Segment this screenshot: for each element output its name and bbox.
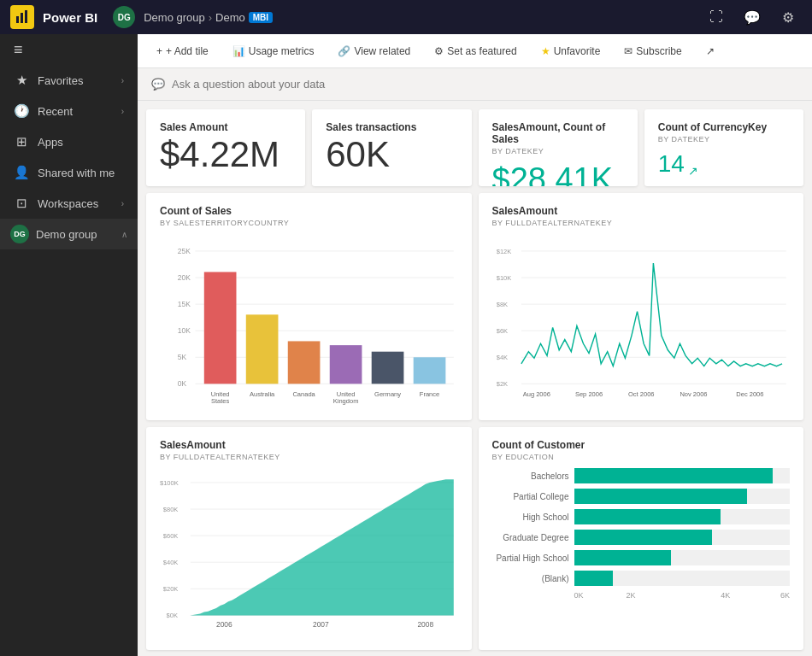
- shared-icon: 👤: [14, 165, 29, 180]
- ask-bar: 💬: [138, 68, 812, 101]
- workspaces-icon: ⊡: [14, 196, 29, 211]
- hbar-label: (Blank): [492, 574, 569, 583]
- count-customer-tile: Count of Customer BY EDUCATION Bachelors…: [479, 427, 804, 650]
- sidebar-item-recent[interactable]: 🕐 Recent ›: [0, 96, 138, 126]
- breadcrumb-group[interactable]: Demo group: [144, 11, 205, 24]
- svg-text:Oct 2006: Oct 2006: [628, 391, 655, 399]
- star-icon: ★: [541, 45, 550, 57]
- set-featured-button[interactable]: ⚙ Set as featured: [429, 42, 521, 61]
- svg-text:$40K: $40K: [163, 559, 179, 566]
- sales-amount-kpi-tile: SalesAmount, Count of Sales BY DATEKEY $…: [479, 109, 638, 186]
- add-icon: +: [156, 45, 162, 57]
- subscribe-button[interactable]: ✉ Subscribe: [619, 42, 686, 61]
- svg-rect-19: [372, 352, 404, 384]
- sidebar-label-recent: Recent: [38, 105, 113, 118]
- hbar-label: Partial High School: [492, 554, 569, 563]
- fullscreen-button[interactable]: ⛶: [703, 3, 730, 31]
- count-sales-chart: 25K 20K 15K 10K 5K 0K: [160, 234, 458, 405]
- svg-text:$4K: $4K: [496, 354, 507, 361]
- unfavorite-button[interactable]: ★ Unfavorite: [536, 42, 606, 61]
- sidebar-toggle[interactable]: ≡: [0, 34, 138, 65]
- demo-group-chevron: ∧: [121, 230, 127, 239]
- svg-text:$12K: $12K: [496, 248, 511, 255]
- related-icon: 🔗: [338, 45, 350, 57]
- breadcrumb: Demo group › Demo MBI: [144, 11, 273, 24]
- settings-button[interactable]: ⚙: [774, 3, 802, 31]
- count-customer-title: Count of Customer: [492, 439, 791, 451]
- hbar-label: High School: [492, 512, 569, 522]
- view-related-button[interactable]: 🔗 View related: [332, 42, 415, 61]
- sidebar-label-shared: Shared with me: [38, 167, 124, 179]
- comments-button[interactable]: 💬: [738, 3, 766, 31]
- sidebar-item-shared[interactable]: 👤 Shared with me: [0, 157, 138, 188]
- svg-rect-0: [16, 16, 19, 23]
- chevron-icon: ›: [121, 199, 124, 208]
- ask-input[interactable]: [172, 78, 798, 91]
- svg-text:2006: 2006: [216, 621, 232, 630]
- hbar-label: Bachelors: [492, 472, 569, 481]
- hbar-row-high-school: High School: [492, 509, 791, 524]
- sales-amount-area-chart: $100K $80K $60K $40K $20K $0K 2006 2007 …: [160, 468, 458, 635]
- sidebar-item-demo-group[interactable]: DG Demo group ∧: [0, 219, 138, 249]
- app-name: Power BI: [43, 10, 97, 25]
- sales-amount-value: $4.22M: [160, 135, 291, 174]
- svg-text:Nov 2006: Nov 2006: [680, 391, 707, 399]
- svg-text:States: States: [211, 397, 230, 405]
- favorites-icon: ★: [14, 73, 29, 88]
- count-currency-subtitle: BY DATEKEY: [658, 135, 790, 144]
- hbar-row-graduate: Graduate Degree: [492, 530, 791, 545]
- ask-icon: 💬: [151, 78, 165, 91]
- hbar-bar: [574, 509, 721, 524]
- hbar-bar: [574, 530, 713, 545]
- usage-metrics-button[interactable]: 📊 Usage metrics: [227, 42, 320, 61]
- featured-icon: ⚙: [434, 45, 444, 57]
- sidebar-label-apps: Apps: [38, 136, 124, 149]
- hbar-wrap: [574, 530, 791, 545]
- breadcrumb-item[interactable]: Demo: [215, 11, 245, 24]
- sales-amount-kpi-value: $28.41K: [492, 162, 614, 186]
- svg-text:Aug 2006: Aug 2006: [522, 391, 550, 399]
- svg-text:Germany: Germany: [374, 391, 401, 399]
- mbi-badge: MBI: [249, 12, 273, 23]
- svg-text:$80K: $80K: [163, 506, 179, 513]
- svg-rect-17: [288, 342, 321, 384]
- count-sales-title: Count of Sales: [160, 205, 458, 217]
- svg-text:Sep 2006: Sep 2006: [574, 391, 602, 399]
- svg-text:15K: 15K: [178, 300, 191, 308]
- svg-rect-15: [204, 272, 237, 384]
- svg-text:Australia: Australia: [250, 391, 275, 399]
- apps-icon: ⊞: [14, 134, 29, 149]
- sidebar-item-apps[interactable]: ⊞ Apps: [0, 126, 138, 157]
- svg-text:Canada: Canada: [292, 391, 315, 399]
- svg-text:2007: 2007: [313, 621, 329, 630]
- sales-amount-kpi-title: SalesAmount, Count of Sales: [492, 121, 624, 145]
- sidebar-item-workspaces[interactable]: ⊡ Workspaces ›: [0, 188, 138, 219]
- svg-text:$6K: $6K: [496, 327, 507, 335]
- hbar-row-partial-college: Partial College: [492, 489, 791, 504]
- currency-kpi-indicator: ↗: [688, 164, 698, 178]
- svg-text:10K: 10K: [178, 326, 191, 335]
- svg-text:Kingdom: Kingdom: [333, 397, 359, 405]
- count-sales-bar-tile: Count of Sales BY SALESTERRITORYCOUNTRY …: [146, 193, 472, 420]
- user-avatar[interactable]: DG: [113, 6, 135, 28]
- sales-amount-title: Sales Amount: [160, 121, 291, 133]
- chevron-icon: ›: [121, 107, 124, 116]
- sales-amount-area-subtitle: BY FULLDATEALTERNATEKEY: [160, 453, 458, 461]
- add-tile-button[interactable]: + + Add tile: [151, 42, 214, 61]
- demo-group-label: Demo group: [36, 228, 115, 241]
- svg-text:$0K: $0K: [167, 612, 178, 619]
- share-button[interactable]: ↗: [701, 42, 720, 61]
- hbar-wrap: [574, 571, 791, 586]
- sidebar-item-favorites[interactable]: ★ Favorites ›: [0, 65, 138, 96]
- svg-rect-20: [414, 357, 446, 384]
- svg-text:$100K: $100K: [160, 479, 179, 487]
- sidebar: ≡ ★ Favorites › 🕐 Recent › ⊞ Apps 👤 Shar…: [0, 34, 138, 656]
- svg-text:2008: 2008: [417, 621, 433, 630]
- demo-group-avatar: DG: [10, 225, 29, 243]
- sales-amount-line-subtitle: BY FULLDATEALTERNATEKEY: [492, 219, 791, 227]
- sales-amount-area-tile: SalesAmount BY FULLDATEALTERNATEKEY $100…: [146, 427, 472, 650]
- hbar-bar: [574, 571, 613, 586]
- subscribe-label: Subscribe: [636, 45, 681, 57]
- set-featured-label: Set as featured: [447, 45, 516, 57]
- chevron-icon: ›: [121, 76, 124, 85]
